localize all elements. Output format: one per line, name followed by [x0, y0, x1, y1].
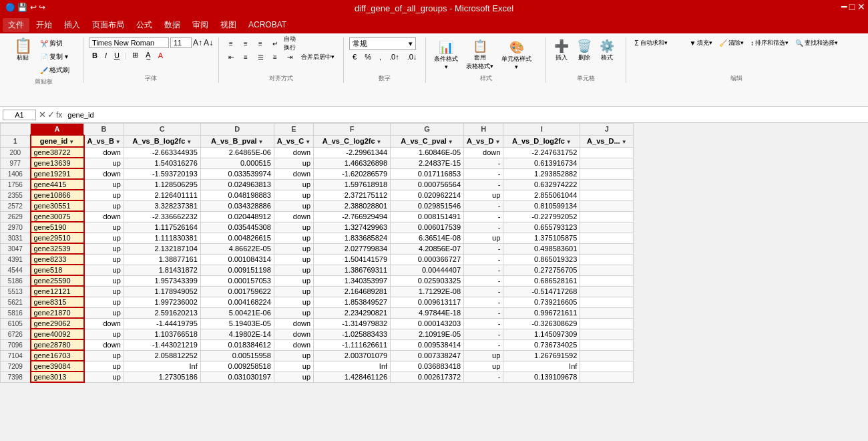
- wrap-text-button[interactable]: ↵: [268, 37, 282, 49]
- cell-a-vs-c-log2fc[interactable]: 1.504141579: [314, 254, 391, 265]
- confirm-formula-icon[interactable]: ✓: [47, 110, 55, 120]
- col-header-a[interactable]: A: [31, 124, 84, 136]
- cell-a-vs-b-pval[interactable]: 0.018384612: [200, 339, 274, 350]
- cell-a-vs-c-pval[interactable]: 1.60846E-05: [391, 147, 464, 158]
- cell-a-vs-d-more[interactable]: [580, 297, 634, 307]
- cell-a-vs-d[interactable]: -: [464, 297, 503, 307]
- cell-a-vs-b-pval[interactable]: 0.024963813: [200, 179, 274, 190]
- cell-gene-id[interactable]: gene39084: [31, 361, 84, 372]
- cell-a-vs-d-log2fc[interactable]: 0.686528161: [503, 275, 580, 286]
- formula-input[interactable]: [65, 110, 865, 120]
- cell-a-vs-b[interactable]: down: [84, 147, 124, 158]
- percent-button[interactable]: %: [361, 51, 375, 62]
- cell-a-vs-b-pval[interactable]: 0.001084314: [200, 254, 274, 265]
- cell-a-vs-d[interactable]: -: [464, 286, 503, 297]
- cell-a-vs-b[interactable]: down: [84, 339, 124, 350]
- align-top-left-button[interactable]: ≡: [224, 37, 238, 49]
- cell-gene-id[interactable]: gene4415: [31, 179, 84, 190]
- format-painter-button[interactable]: 🖌️ 格式刷: [37, 64, 77, 76]
- cell-a-vs-d-more[interactable]: [580, 318, 634, 329]
- cell-a-vs-b-log2fc[interactable]: -2.336662232: [124, 211, 200, 222]
- cell-a-vs-b[interactable]: up: [84, 350, 124, 361]
- autosum-button[interactable]: Σ自动求和▾: [632, 37, 685, 49]
- cell-a-vs-b[interactable]: up: [84, 158, 124, 168]
- cell-gene-id[interactable]: gene32539: [31, 243, 84, 254]
- cell-a-vs-c-pval[interactable]: 2.24837E-15: [391, 158, 464, 168]
- align-top-right-button[interactable]: ≡: [254, 37, 267, 49]
- cell-gene-id[interactable]: gene10866: [31, 190, 84, 200]
- cell-a-vs-d-log2fc[interactable]: 1.375105875: [503, 233, 580, 243]
- cell-a-vs-d[interactable]: -: [464, 307, 503, 318]
- cell-gene-id[interactable]: gene8233: [31, 254, 84, 265]
- cell-a-vs-b-log2fc[interactable]: 1.957343399: [124, 275, 200, 286]
- header-gene-id[interactable]: gene_id▼: [31, 135, 84, 147]
- cell-a-vs-d-more[interactable]: [580, 329, 634, 339]
- font-color-button[interactable]: A: [155, 50, 166, 61]
- col-header-g[interactable]: G: [391, 124, 464, 136]
- cell-a-vs-d[interactable]: -: [464, 211, 503, 222]
- cell-a-vs-c-log2fc[interactable]: -1.025883433: [314, 329, 391, 339]
- menu-formula[interactable]: 公式: [131, 18, 158, 32]
- cell-a-vs-c-pval[interactable]: 0.00444407: [391, 265, 464, 275]
- cell-a-vs-b-log2fc[interactable]: 1.178949052: [124, 286, 200, 297]
- cell-a-vs-c-pval[interactable]: 0.017116853: [391, 168, 464, 179]
- menu-view[interactable]: 视图: [215, 18, 242, 32]
- cell-a-vs-d-more[interactable]: [580, 275, 634, 286]
- filter-arrow-a-vs-b-pval[interactable]: ▼: [258, 139, 264, 145]
- filter-arrow-a-vs-d-log2fc[interactable]: ▼: [566, 139, 572, 145]
- cell-a-vs-d[interactable]: -: [464, 339, 503, 350]
- cell-a-vs-b-pval[interactable]: 0.033539974: [200, 168, 274, 179]
- cell-a-vs-c[interactable]: up: [274, 307, 313, 318]
- cell-a-vs-c-pval[interactable]: 0.029851546: [391, 200, 464, 211]
- cell-a-vs-d-more[interactable]: [580, 190, 634, 200]
- cell-gene-id[interactable]: gene40092: [31, 329, 84, 339]
- cell-a-vs-c[interactable]: up: [274, 158, 313, 168]
- menu-insert[interactable]: 插入: [59, 18, 85, 32]
- cell-a-vs-b-pval[interactable]: 4.19802E-14: [200, 329, 274, 339]
- cell-a-vs-b-pval[interactable]: 2.64865E-06: [200, 147, 274, 158]
- cell-a-vs-b[interactable]: up: [84, 307, 124, 318]
- cell-a-vs-d-log2fc[interactable]: 0.810599134: [503, 200, 580, 211]
- cell-a-vs-c[interactable]: down: [274, 339, 313, 350]
- cell-a-vs-d-log2fc[interactable]: 0.736734025: [503, 339, 580, 350]
- cell-a-vs-c[interactable]: up: [274, 254, 313, 265]
- cell-a-vs-c-pval[interactable]: 0.009613117: [391, 297, 464, 307]
- cell-a-vs-d[interactable]: -: [464, 222, 503, 233]
- cell-a-vs-c-log2fc[interactable]: 2.234290821: [314, 307, 391, 318]
- cell-reference-input[interactable]: [3, 110, 36, 120]
- cell-a-vs-b-pval[interactable]: 5.19403E-05: [200, 318, 274, 329]
- cell-a-vs-b-pval[interactable]: 0.004826615: [200, 233, 274, 243]
- decimal-increase-button[interactable]: .0↑: [386, 51, 403, 62]
- cell-a-vs-d-log2fc[interactable]: 0.996721611: [503, 307, 580, 318]
- header-a-vs-c-log2fc[interactable]: A_vs_C_log2fc▼: [314, 135, 391, 147]
- cell-a-vs-b[interactable]: up: [84, 265, 124, 275]
- cell-a-vs-d[interactable]: -: [464, 254, 503, 265]
- cell-a-vs-c-log2fc[interactable]: -1.314979832: [314, 318, 391, 329]
- cell-a-vs-d-log2fc[interactable]: -0.514717268: [503, 286, 580, 297]
- cell-a-vs-d[interactable]: down: [464, 147, 503, 158]
- cell-a-vs-b-log2fc[interactable]: -1.44419795: [124, 318, 200, 329]
- cell-a-vs-d[interactable]: up: [464, 190, 503, 200]
- cell-a-vs-c[interactable]: up: [274, 233, 313, 243]
- cell-a-vs-c-pval[interactable]: 2.10919E-05: [391, 329, 464, 339]
- menu-data[interactable]: 数据: [159, 18, 186, 32]
- col-header-c[interactable]: C: [124, 124, 200, 136]
- cell-a-vs-d-more[interactable]: [580, 243, 634, 254]
- cell-gene-id[interactable]: gene518: [31, 265, 84, 275]
- cell-a-vs-b-log2fc[interactable]: Inf: [124, 361, 200, 372]
- cell-a-vs-b-log2fc[interactable]: -2.663344935: [124, 147, 200, 158]
- filter-arrow-gene-id[interactable]: ▼: [69, 139, 74, 145]
- cell-a-vs-b-pval[interactable]: 0.000515: [200, 158, 274, 168]
- cell-a-vs-c[interactable]: up: [274, 222, 313, 233]
- font-shrink-icon[interactable]: A↓: [204, 38, 213, 47]
- cell-a-vs-c[interactable]: up: [274, 297, 313, 307]
- cell-a-vs-d-more[interactable]: [580, 158, 634, 168]
- cell-a-vs-c[interactable]: up: [274, 265, 313, 275]
- cell-a-vs-b[interactable]: up: [84, 254, 124, 265]
- cell-a-vs-d-more[interactable]: [580, 168, 634, 179]
- currency-button[interactable]: €: [349, 51, 360, 62]
- cell-styles-button[interactable]: 🎨 单元格样式▾: [499, 39, 534, 71]
- cell-a-vs-b[interactable]: up: [84, 275, 124, 286]
- cell-a-vs-d-more[interactable]: [580, 350, 634, 361]
- filter-arrow-a-vs-c[interactable]: ▼: [305, 139, 310, 145]
